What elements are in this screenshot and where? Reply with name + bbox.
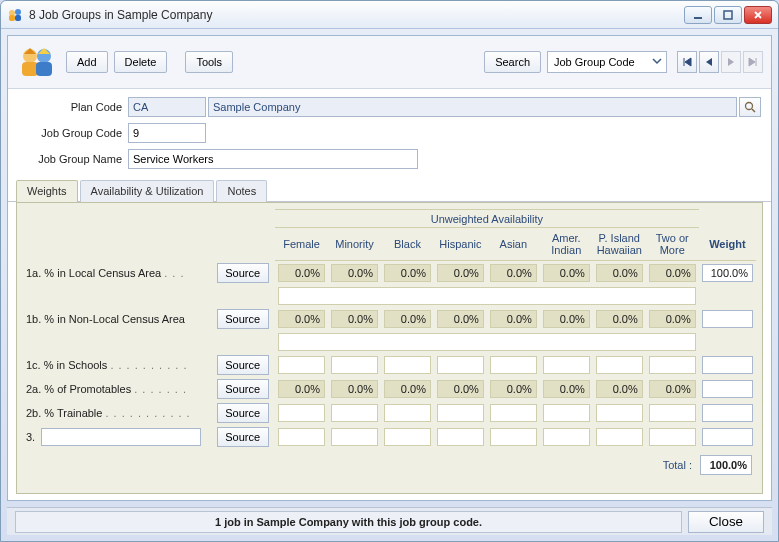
grid-cell[interactable]: 0.0% xyxy=(543,264,590,282)
weight-cell[interactable] xyxy=(702,380,753,398)
grid-cell[interactable]: 0.0% xyxy=(384,380,431,398)
custom-factor-input[interactable] xyxy=(41,428,201,446)
weight-cell[interactable] xyxy=(702,404,753,422)
window-title: 8 Job Groups in Sample Company xyxy=(29,8,678,22)
job-group-code-input[interactable] xyxy=(128,123,206,143)
grid-cell[interactable] xyxy=(437,428,484,446)
grid-cell[interactable] xyxy=(596,428,643,446)
weight-cell[interactable]: 100.0% xyxy=(702,264,753,282)
grid-cell[interactable]: 0.0% xyxy=(278,380,325,398)
add-button[interactable]: Add xyxy=(66,51,108,73)
grid-cell[interactable]: 0.0% xyxy=(490,264,537,282)
leader-dots: . . . . . . . . . . . xyxy=(106,407,191,419)
grid-cell[interactable]: 0.0% xyxy=(649,380,696,398)
weights-panel: Unweighted Availability Female Minority … xyxy=(16,202,763,494)
grid-cell[interactable] xyxy=(437,404,484,422)
job-group-name-label: Job Group Name xyxy=(18,153,128,165)
tab-notes[interactable]: Notes xyxy=(216,180,267,202)
grid-cell[interactable]: 0.0% xyxy=(331,310,378,328)
grid-cell[interactable]: 0.0% xyxy=(596,310,643,328)
source-button[interactable]: Source xyxy=(217,427,269,447)
source-button[interactable]: Source xyxy=(217,379,269,399)
grid-cell[interactable]: 0.0% xyxy=(649,310,696,328)
tools-button[interactable]: Tools xyxy=(185,51,233,73)
titlebar: 8 Job Groups in Sample Company xyxy=(1,1,778,29)
grid-cell[interactable] xyxy=(490,428,537,446)
grid-cell[interactable] xyxy=(278,356,325,374)
total-value: 100.0% xyxy=(700,455,752,475)
plan-code-lookup-button[interactable] xyxy=(739,97,761,117)
table-row: 3.Source xyxy=(23,425,756,449)
grid-cell[interactable]: 0.0% xyxy=(384,310,431,328)
grid-cell[interactable] xyxy=(543,428,590,446)
source-button[interactable]: Source xyxy=(217,355,269,375)
record-nav xyxy=(677,51,763,73)
nav-prev-button[interactable] xyxy=(699,51,719,73)
grid-cell[interactable] xyxy=(331,404,378,422)
nav-next-button[interactable] xyxy=(721,51,741,73)
grid-cell[interactable]: 0.0% xyxy=(596,380,643,398)
grid-cell[interactable] xyxy=(384,428,431,446)
statusbar: 1 job in Sample Company with this job gr… xyxy=(7,507,772,535)
search-field-value: Job Group Code xyxy=(554,56,635,68)
source-button[interactable]: Source xyxy=(217,309,269,329)
maximize-button[interactable] xyxy=(714,6,742,24)
grid-cell[interactable] xyxy=(649,356,696,374)
weight-cell[interactable] xyxy=(702,428,753,446)
source-button[interactable]: Source xyxy=(217,403,269,423)
grid-cell[interactable]: 0.0% xyxy=(278,264,325,282)
col-pihawaiian: P. Island Hawaiian xyxy=(593,228,646,261)
svg-rect-4 xyxy=(694,17,702,19)
group-header: Unweighted Availability xyxy=(275,210,699,228)
close-button[interactable]: Close xyxy=(688,511,764,533)
svg-rect-9 xyxy=(36,62,52,76)
tab-availability[interactable]: Availability & Utilization xyxy=(80,180,215,202)
grid-cell[interactable] xyxy=(384,356,431,374)
svg-point-2 xyxy=(15,9,21,15)
grid-cell[interactable] xyxy=(543,404,590,422)
search-button[interactable]: Search xyxy=(484,51,541,73)
search-field-select[interactable]: Job Group Code xyxy=(547,51,667,73)
source-button[interactable]: Source xyxy=(217,263,269,283)
grid-cell[interactable] xyxy=(596,404,643,422)
grid-cell[interactable] xyxy=(278,428,325,446)
grid-cell[interactable] xyxy=(437,356,484,374)
grid-cell[interactable]: 0.0% xyxy=(437,310,484,328)
weight-cell[interactable] xyxy=(702,310,753,328)
delete-button[interactable]: Delete xyxy=(114,51,168,73)
grid-cell[interactable]: 0.0% xyxy=(596,264,643,282)
col-amerindian: Amer. Indian xyxy=(540,228,593,261)
grid-cell[interactable]: 0.0% xyxy=(384,264,431,282)
grid-cell[interactable]: 0.0% xyxy=(331,380,378,398)
grid-cell[interactable]: 0.0% xyxy=(649,264,696,282)
nav-first-button[interactable] xyxy=(677,51,697,73)
minimize-button[interactable] xyxy=(684,6,712,24)
grid-cell[interactable] xyxy=(596,356,643,374)
spacer-box[interactable] xyxy=(278,333,696,351)
grid-cell[interactable]: 0.0% xyxy=(543,380,590,398)
grid-cell[interactable]: 0.0% xyxy=(490,380,537,398)
grid-cell[interactable] xyxy=(649,404,696,422)
grid-cell[interactable]: 0.0% xyxy=(437,264,484,282)
weights-grid: Unweighted Availability Female Minority … xyxy=(23,209,756,449)
weight-cell[interactable] xyxy=(702,356,753,374)
grid-cell[interactable] xyxy=(384,404,431,422)
close-window-button[interactable] xyxy=(744,6,772,24)
spacer-box[interactable] xyxy=(278,287,696,305)
tab-weights[interactable]: Weights xyxy=(16,180,78,202)
job-group-name-input[interactable] xyxy=(128,149,418,169)
grid-cell[interactable]: 0.0% xyxy=(490,310,537,328)
grid-cell[interactable]: 0.0% xyxy=(437,380,484,398)
grid-cell[interactable] xyxy=(649,428,696,446)
grid-cell[interactable] xyxy=(278,404,325,422)
grid-cell[interactable]: 0.0% xyxy=(278,310,325,328)
grid-cell[interactable] xyxy=(331,428,378,446)
grid-cell[interactable]: 0.0% xyxy=(543,310,590,328)
leader-dots: . . . xyxy=(164,267,184,279)
grid-cell[interactable]: 0.0% xyxy=(331,264,378,282)
grid-cell[interactable] xyxy=(543,356,590,374)
grid-cell[interactable] xyxy=(490,404,537,422)
nav-last-button[interactable] xyxy=(743,51,763,73)
grid-cell[interactable] xyxy=(490,356,537,374)
grid-cell[interactable] xyxy=(331,356,378,374)
